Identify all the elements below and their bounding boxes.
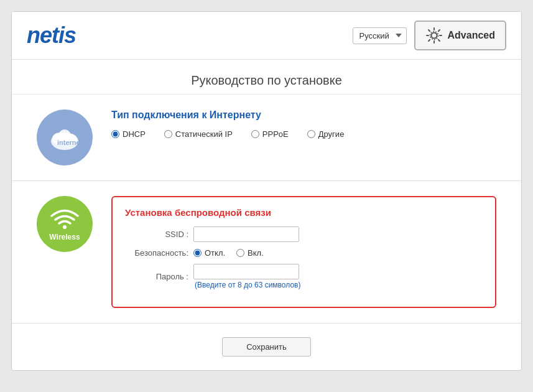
ssid-row: SSID :: [125, 226, 483, 242]
password-row: Пароль : (Введите от 8 до 63 символов): [125, 264, 483, 289]
static-label: Статический IP: [175, 129, 233, 139]
dhcp-option[interactable]: DHCP: [111, 129, 146, 139]
internet-title: Тип подключения к Интернету: [111, 110, 496, 121]
language-select[interactable]: Русский English: [353, 27, 407, 44]
gear-icon: [425, 27, 443, 44]
wireless-label: Wireless: [49, 233, 80, 241]
page-title-wrap: Руководство по установке: [12, 60, 521, 95]
security-on-label: Вкл.: [248, 248, 264, 258]
logo: netis: [27, 22, 76, 49]
other-radio[interactable]: [307, 130, 315, 138]
other-label: Другие: [318, 129, 345, 139]
advanced-label: Advanced: [448, 30, 495, 41]
ssid-label: SSID :: [125, 230, 193, 239]
header: netis Русский English Advanced: [12, 12, 521, 60]
svg-point-0: [431, 33, 437, 39]
security-off-option[interactable]: Откл.: [193, 248, 225, 258]
connection-type-row: DHCP Статический IP PPPoE Другие: [111, 129, 496, 139]
header-right: Русский English Advanced: [353, 21, 506, 50]
security-row: Безопасность: Откл. Вкл.: [125, 248, 483, 258]
security-off-radio[interactable]: [193, 249, 202, 257]
pppoe-radio[interactable]: [251, 130, 259, 138]
pppoe-label: PPPoE: [262, 129, 289, 139]
wireless-content: Установка беспроводной связи SSID : Безо…: [111, 196, 496, 308]
wireless-title: Установка беспроводной связи: [125, 207, 483, 218]
page-title: Руководство по установке: [12, 73, 521, 88]
password-hint: (Введите от 8 до 63 символов): [195, 281, 300, 289]
wireless-form: Установка беспроводной связи SSID : Безо…: [111, 196, 496, 308]
svg-point-7: [63, 225, 67, 229]
wireless-section-row: Wireless Установка беспроводной связи SS…: [12, 181, 521, 324]
svg-text:internet: internet: [57, 139, 82, 146]
password-input[interactable]: [193, 264, 299, 279]
dhcp-radio[interactable]: [111, 130, 119, 138]
password-field-wrap: (Введите от 8 до 63 символов): [193, 264, 300, 289]
security-on-option[interactable]: Вкл.: [236, 248, 264, 258]
password-label: Пароль :: [125, 272, 193, 281]
ssid-input[interactable]: [193, 226, 299, 242]
dhcp-label: DHCP: [123, 129, 146, 139]
pppoe-option[interactable]: PPPoE: [251, 129, 289, 139]
static-option[interactable]: Статический IP: [164, 129, 233, 139]
other-option[interactable]: Другие: [307, 129, 345, 139]
internet-content: Тип подключения к Интернету DHCP Статиче…: [111, 110, 496, 139]
security-label: Безопасность:: [125, 248, 193, 258]
wireless-icon: Wireless: [37, 196, 93, 252]
advanced-button[interactable]: Advanced: [414, 21, 506, 50]
static-radio[interactable]: [164, 130, 172, 138]
internet-section: internet Тип подключения к Интернету DHC…: [12, 95, 521, 181]
security-options: Откл. Вкл.: [193, 248, 264, 258]
internet-icon: internet: [37, 110, 93, 166]
security-off-label: Откл.: [205, 248, 225, 258]
security-on-radio[interactable]: [236, 249, 244, 257]
save-button[interactable]: Сохранить: [222, 337, 311, 357]
save-wrap: Сохранить: [12, 324, 521, 370]
